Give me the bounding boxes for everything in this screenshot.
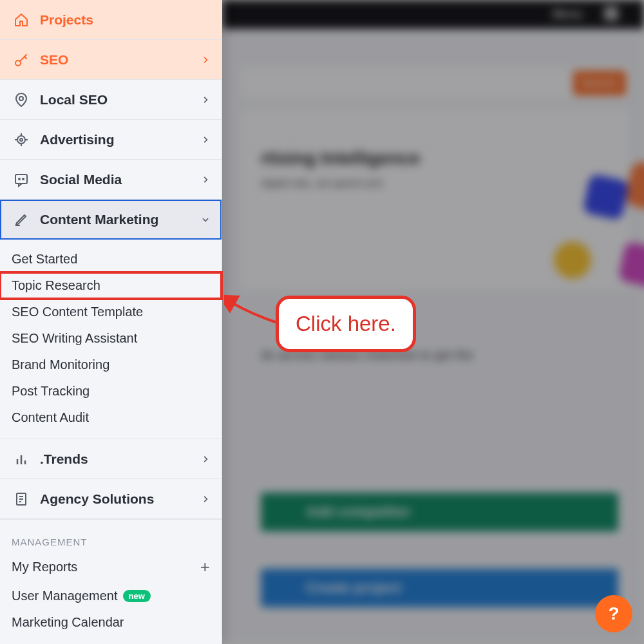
svg-point-3 xyxy=(19,97,23,100)
svg-point-11 xyxy=(19,178,20,180)
sidebar-item-label: Projects xyxy=(40,12,210,28)
sub-item-content-audit[interactable]: Content Audit xyxy=(0,404,222,431)
content-marketing-submenu: Get Started Topic Research SEO Content T… xyxy=(0,240,222,439)
sub-item-get-started[interactable]: Get Started xyxy=(0,246,222,272)
svg-point-4 xyxy=(17,136,25,144)
sidebar-item-projects[interactable]: Projects xyxy=(0,0,222,40)
sidebar-item-agency-solutions[interactable]: Agency Solutions xyxy=(0,479,222,519)
sidebar-item-label: .Trends xyxy=(40,451,201,467)
mgmt-marketing-calendar[interactable]: Marketing Calendar xyxy=(0,609,222,636)
home-icon xyxy=(12,12,31,28)
plus-icon[interactable]: + xyxy=(200,557,210,577)
chevron-right-icon xyxy=(201,455,210,464)
chat-icon xyxy=(12,172,31,187)
svg-rect-10 xyxy=(15,175,27,184)
mgmt-label: Marketing Calendar xyxy=(12,615,124,630)
sidebar-item-local-seo[interactable]: Local SEO xyxy=(0,80,222,120)
svg-point-5 xyxy=(20,138,23,141)
sidebar-item-label: Local SEO xyxy=(40,92,201,108)
chevron-right-icon xyxy=(201,95,210,104)
sidebar: Projects SEO Local SEO Advertising So xyxy=(0,0,222,644)
chevron-right-icon xyxy=(201,135,210,144)
mgmt-label: User Management xyxy=(12,589,118,603)
target-icon xyxy=(12,132,31,147)
document-icon xyxy=(12,491,31,507)
sub-item-brand-monitoring[interactable]: Brand Monitoring xyxy=(0,352,222,378)
pin-icon xyxy=(12,92,31,108)
key-icon xyxy=(12,52,31,68)
annotation-callout: Click here. xyxy=(276,296,416,352)
mgmt-my-reports[interactable]: My Reports + xyxy=(0,551,222,583)
svg-line-2 xyxy=(24,57,26,59)
management-section-label: MANAGEMENT xyxy=(0,519,222,551)
sub-item-post-tracking[interactable]: Post Tracking xyxy=(0,378,222,404)
sidebar-item-seo[interactable]: SEO xyxy=(0,40,222,80)
chevron-down-icon xyxy=(201,215,210,224)
mgmt-label: My Reports xyxy=(12,560,200,574)
sidebar-item-content-marketing[interactable]: Content Marketing xyxy=(0,200,222,240)
sidebar-item-social-media[interactable]: Social Media xyxy=(0,160,222,200)
pen-icon xyxy=(12,212,31,227)
mgmt-user-management[interactable]: User Management new xyxy=(0,583,222,609)
sub-item-topic-research[interactable]: Topic Research xyxy=(0,272,222,299)
sidebar-item-label: Advertising xyxy=(40,132,201,147)
sidebar-item-label: SEO xyxy=(40,52,201,68)
bars-icon xyxy=(12,451,31,467)
chevron-right-icon xyxy=(201,175,210,184)
sidebar-item-label: Social Media xyxy=(40,172,201,187)
help-fab[interactable]: ? xyxy=(595,595,632,632)
svg-point-12 xyxy=(23,178,24,180)
sidebar-item-trends[interactable]: .Trends xyxy=(0,439,222,479)
new-badge: new xyxy=(123,590,151,602)
sub-item-seo-writing-assistant[interactable]: SEO Writing Assistant xyxy=(0,325,222,352)
sidebar-item-label: Agency Solutions xyxy=(40,491,201,507)
sidebar-item-label: Content Marketing xyxy=(40,212,201,227)
chevron-right-icon xyxy=(201,495,210,504)
sub-item-seo-content-template[interactable]: SEO Content Template xyxy=(0,299,222,325)
chevron-right-icon xyxy=(201,55,210,64)
sidebar-item-advertising[interactable]: Advertising xyxy=(0,120,222,160)
annotation-arrow-icon xyxy=(224,292,282,325)
